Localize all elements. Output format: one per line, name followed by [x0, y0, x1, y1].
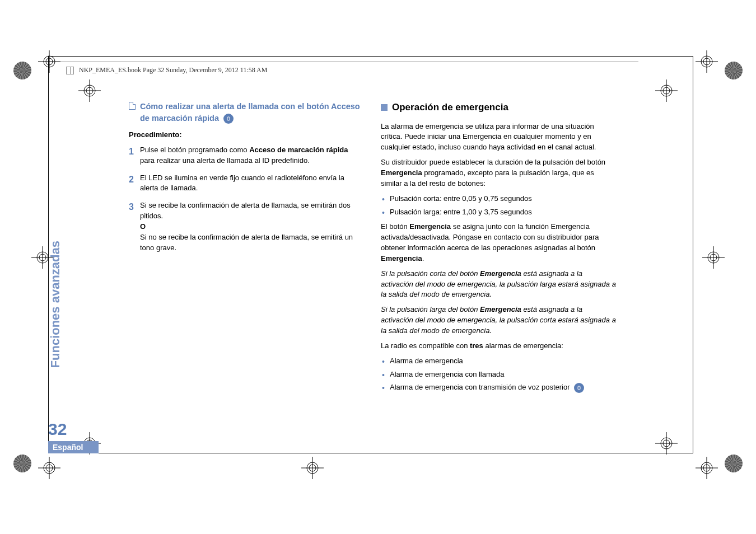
- header-filename: NKP_EMEA_ES.book Page 32 Sunday, Decembe…: [66, 66, 267, 74]
- step-number: 1: [129, 145, 140, 166]
- left-column: Cómo realizar una alerta de llamada con …: [129, 101, 364, 396]
- text-run: La radio es compatible con: [381, 341, 470, 350]
- text-run: El botón: [381, 222, 409, 231]
- crop-swatch: [13, 455, 31, 472]
- subsection-heading: Cómo realizar una alerta de llamada con …: [129, 101, 364, 124]
- registration-mark-icon: [696, 50, 718, 73]
- subsection-title: Cómo realizar una alerta de llamada con …: [140, 102, 360, 123]
- registration-mark-icon: [38, 457, 60, 479]
- page-number: 32: [48, 420, 67, 439]
- text-run: para realizar una alerta de llamada al I…: [140, 156, 310, 165]
- language-badge: Español: [48, 441, 99, 453]
- book-icon: [66, 67, 74, 74]
- svg-rect-5: [578, 386, 580, 390]
- step-text: El LED se ilumina en verde fijo cuando e…: [140, 173, 364, 194]
- info-badge-icon: [574, 383, 584, 393]
- section-title: Operación de emergencia: [392, 101, 508, 115]
- paragraph: La radio es compatible con tres alarmas …: [381, 341, 616, 352]
- step-3: 3 Si se recibe la confirmación de alerta…: [129, 200, 364, 253]
- procedure-label: Procedimiento:: [129, 130, 364, 140]
- list-item: Alarma de emergencia con transmisión de …: [381, 382, 616, 393]
- vertical-label-text: Funciones avanzadas: [48, 241, 63, 368]
- step-number: 2: [129, 173, 140, 194]
- paragraph-italic: Si la pulsación corta del botón Emergenc…: [381, 269, 616, 301]
- registration-mark-icon: [702, 246, 725, 269]
- text-run-bold: Acceso de marcación rápida: [249, 146, 348, 154]
- text-run: Si se recibe la confirmación de alerta d…: [140, 200, 364, 222]
- paragraph: El botón Emergencia se asigna junto con …: [381, 222, 616, 264]
- step-1: 1 Pulse el botón programado como Acceso …: [129, 145, 364, 166]
- right-column: Operación de emergencia La alarma de eme…: [381, 101, 616, 396]
- paragraph-italic: Si la pulsación larga del botón Emergenc…: [381, 305, 616, 336]
- text-run-bold: Emergencia: [480, 305, 521, 313]
- step-number: 3: [129, 200, 140, 253]
- list-item: Alarma de emergencia: [381, 356, 616, 367]
- crop-swatch: [725, 455, 743, 472]
- registration-mark-icon: [301, 457, 324, 479]
- list-item: Pulsación corta: entre 0,05 y 0,75 segun…: [381, 194, 616, 204]
- info-badge-icon: [223, 114, 234, 124]
- text-run-bold: Emergencia: [381, 168, 422, 177]
- vertical-section-label: Funciones avanzadas: [48, 114, 63, 241]
- document-icon: [129, 102, 136, 110]
- svg-rect-4: [227, 117, 230, 120]
- text-run: alarmas de emergencia:: [483, 341, 563, 350]
- step-text: Pulse el botón programado como Acceso de…: [140, 145, 364, 166]
- section-marker-icon: [381, 104, 388, 111]
- text-run-bold: Emergencia: [480, 269, 521, 278]
- text-run: Alarma de emergencia con transmisión de …: [390, 383, 570, 391]
- text-run: Pulse el botón programado como: [140, 146, 249, 154]
- crop-swatch: [725, 62, 743, 79]
- content-area: Cómo realizar una alerta de llamada con …: [129, 101, 616, 396]
- text-run-bold: O: [140, 222, 364, 232]
- text-run: Su distribuidor puede establecer la dura…: [381, 158, 605, 166]
- bullet-list: Alarma de emergencia Alarma de emergenci…: [381, 356, 616, 394]
- header-rule: [56, 62, 638, 62]
- registration-mark-icon: [696, 457, 718, 479]
- text-run: Si no se recibe la confirmación de alert…: [140, 232, 364, 254]
- section-heading: Operación de emergencia: [381, 101, 616, 115]
- text-run-bold: Emergencia: [381, 254, 422, 263]
- crop-swatch: [13, 62, 31, 79]
- list-item: Pulsación larga: entre 1,00 y 3,75 segun…: [381, 207, 616, 218]
- paragraph: La alarma de emergencia se utiliza para …: [381, 121, 616, 153]
- step-text: Si se recibe la confirmación de alerta d…: [140, 200, 364, 253]
- text-run: Si la pulsación larga del botón: [381, 305, 480, 313]
- text-run-bold: Emergencia: [409, 222, 451, 231]
- header-filename-text: NKP_EMEA_ES.book Page 32 Sunday, Decembe…: [79, 66, 267, 74]
- paragraph: Su distribuidor puede establecer la dura…: [381, 157, 616, 189]
- step-2: 2 El LED se ilumina en verde fijo cuando…: [129, 173, 364, 194]
- text-run-bold: tres: [470, 341, 483, 350]
- list-item: Alarma de emergencia con llamada: [381, 369, 616, 380]
- bullet-list: Pulsación corta: entre 0,05 y 0,75 segun…: [381, 194, 616, 218]
- text-run: .: [422, 254, 424, 263]
- text-run: Si la pulsación corta del botón: [381, 269, 480, 278]
